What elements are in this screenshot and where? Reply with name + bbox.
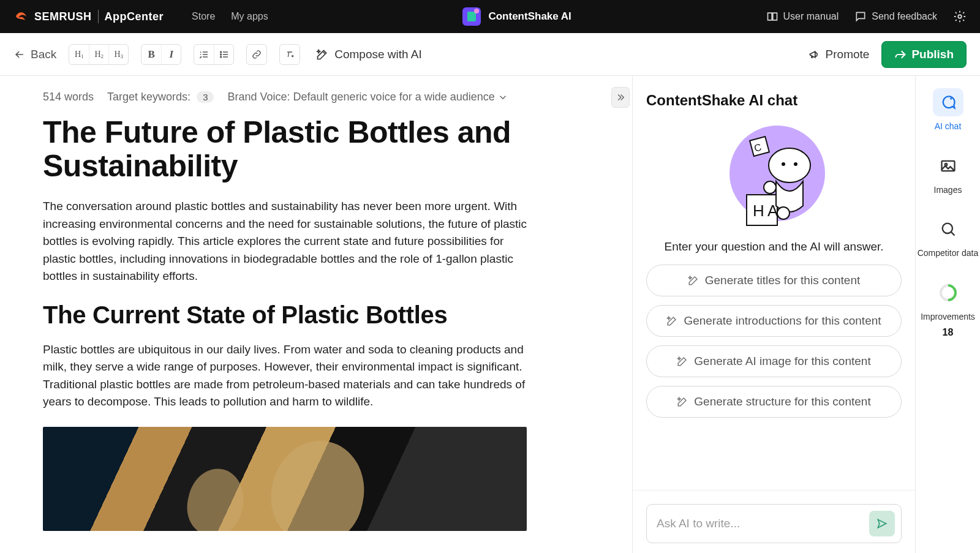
toolbar-left: Back H1 H2 H3 B I Compose with AI	[13, 44, 422, 65]
unordered-list-button[interactable]	[214, 45, 233, 64]
rail-ai-chat[interactable]: AI chat	[916, 88, 980, 132]
rail-improvements-count: 18	[943, 327, 954, 338]
unordered-list-icon	[219, 50, 229, 59]
chevron-double-right-icon	[615, 92, 626, 103]
main-area: 514 words Target keywords: 3 Brand Voice…	[0, 76, 980, 553]
send-feedback-link[interactable]: Send feedback	[854, 10, 937, 23]
magic-wand-icon	[688, 275, 699, 286]
ai-chat-panel: ContentShake AI chat H A C Enter your qu…	[633, 76, 916, 553]
clear-format-button[interactable]	[280, 45, 300, 64]
app-header: SEMRUSH AppCenter Store My apps ContentS…	[0, 0, 980, 33]
progress-ring-icon	[936, 280, 960, 305]
article-paragraph-1[interactable]: The conversation around plastic bottles …	[43, 198, 533, 285]
suggestion-generate-image[interactable]: Generate AI image for this content	[646, 345, 902, 377]
bold-button[interactable]: B	[141, 45, 161, 64]
book-icon	[766, 10, 778, 23]
back-label: Back	[31, 48, 56, 61]
magic-wand-icon	[316, 48, 328, 61]
brand-divider	[98, 10, 99, 23]
svg-point-0	[958, 15, 962, 18]
svg-point-1	[220, 51, 221, 53]
header-left: SEMRUSH AppCenter Store My apps	[13, 9, 268, 24]
right-rail: AI chat Images Competitor data Improveme…	[916, 76, 980, 553]
svg-text:H: H	[753, 201, 764, 220]
app-name: ContentShake AI	[488, 10, 571, 23]
user-manual-link[interactable]: User manual	[766, 10, 839, 23]
app-icon	[462, 7, 481, 26]
suggestion-generate-intros[interactable]: Generate introductions for this content	[646, 305, 902, 337]
brand-main-text: SEMRUSH	[34, 10, 92, 23]
rail-improvements[interactable]: Improvements 18	[916, 279, 980, 339]
rail-images-iconbox	[933, 152, 963, 180]
suggestion-generate-structure[interactable]: Generate structure for this content	[646, 386, 902, 418]
target-kw-count: 3	[197, 91, 214, 103]
brand-voice-dropdown[interactable]: Brand Voice: Default generic voice for a…	[227, 91, 508, 103]
link-group	[246, 44, 267, 65]
rail-ai-chat-iconbox	[933, 88, 963, 116]
rail-ai-chat-label: AI chat	[935, 121, 962, 132]
article-heading-2[interactable]: The Current State of Plastic Bottles	[43, 301, 608, 329]
list-group	[194, 44, 234, 65]
svg-point-12	[794, 162, 797, 166]
publish-button[interactable]: Publish	[881, 41, 967, 68]
promote-label: Promote	[826, 48, 870, 61]
svg-point-17	[942, 224, 952, 233]
svg-point-14	[777, 207, 790, 219]
svg-point-13	[764, 181, 776, 194]
target-kw-label: Target keywords:	[107, 91, 190, 103]
editor-column: 514 words Target keywords: 3 Brand Voice…	[0, 76, 633, 553]
svg-point-2	[220, 54, 221, 55]
suggestion-label: Generate introductions for this content	[684, 314, 881, 328]
arrow-left-icon	[13, 48, 26, 61]
image-icon	[940, 157, 957, 175]
brand[interactable]: SEMRUSH AppCenter	[13, 9, 164, 24]
feedback-icon	[854, 10, 867, 23]
toolbar-right: Promote Publish	[809, 41, 967, 68]
settings-gear-icon[interactable]	[953, 10, 967, 23]
publish-label: Publish	[911, 48, 954, 61]
chat-bubble-icon	[940, 94, 957, 111]
semrush-logo-icon	[13, 9, 28, 24]
rail-competitor-label: Competitor data	[918, 248, 979, 259]
editor-toolbar: Back H1 H2 H3 B I Compose with AI Promot	[0, 33, 980, 76]
chat-input[interactable]	[657, 517, 869, 530]
share-arrow-icon	[894, 48, 907, 61]
chat-send-button[interactable]	[869, 511, 895, 536]
rail-improvements-label: Improvements	[921, 312, 975, 323]
article-paragraph-2[interactable]: Plastic bottles are ubiquitous in our da…	[43, 341, 533, 411]
search-icon	[940, 220, 957, 238]
h3-button[interactable]: H3	[108, 45, 128, 64]
format-group: B I	[141, 44, 181, 65]
italic-button[interactable]: I	[161, 45, 181, 64]
user-manual-label: User manual	[783, 11, 839, 22]
word-count: 514 words	[43, 91, 94, 103]
clear-group	[279, 44, 300, 65]
chevron-down-icon	[497, 92, 508, 103]
article-image[interactable]	[43, 427, 527, 531]
svg-point-11	[782, 162, 785, 166]
link-button[interactable]	[247, 45, 266, 64]
rail-competitor-data[interactable]: Competitor data	[916, 215, 980, 259]
nav-store[interactable]: Store	[192, 11, 215, 22]
article-title[interactable]: The Future of Plastic Bottles and Sustai…	[43, 116, 527, 183]
header-right: User manual Send feedback	[766, 10, 967, 23]
collapse-chat-button[interactable]	[611, 87, 630, 108]
clear-format-icon	[285, 50, 295, 59]
back-button[interactable]: Back	[13, 48, 56, 61]
promote-button[interactable]: Promote	[809, 48, 870, 61]
target-keywords[interactable]: Target keywords: 3	[107, 91, 214, 103]
rail-competitor-iconbox	[933, 215, 963, 243]
compose-with-ai-button[interactable]: Compose with AI	[316, 48, 422, 61]
nav-my-apps[interactable]: My apps	[231, 11, 268, 22]
h1-button[interactable]: H1	[69, 45, 89, 64]
rail-images[interactable]: Images	[916, 152, 980, 196]
svg-point-10	[769, 148, 810, 182]
h2-button[interactable]: H2	[89, 45, 108, 64]
suggestion-generate-titles[interactable]: Generate titles for this content	[646, 265, 902, 296]
compose-label: Compose with AI	[334, 48, 422, 61]
rail-images-label: Images	[934, 185, 962, 196]
ordered-list-button[interactable]	[194, 45, 214, 64]
link-icon	[252, 50, 262, 59]
magic-wand-icon	[666, 315, 677, 326]
heading-group: H1 H2 H3	[69, 44, 129, 65]
